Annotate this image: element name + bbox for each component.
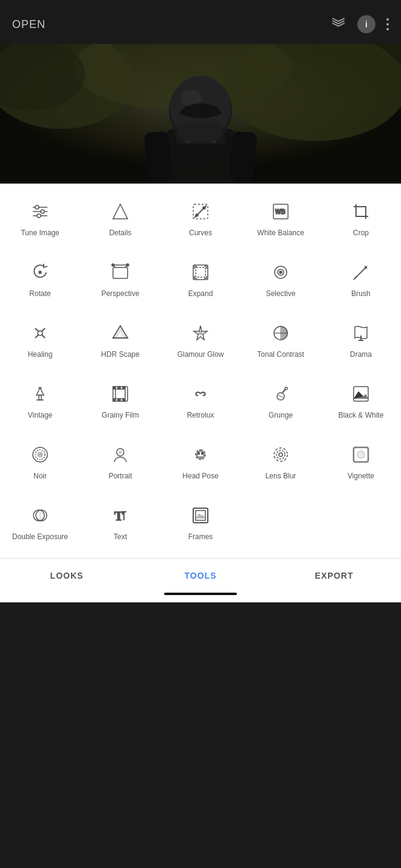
bottom-nav: LOOKS TOOLS EXPORT xyxy=(0,558,401,588)
perspective-icon xyxy=(108,260,132,284)
tonal-contrast-icon xyxy=(269,321,293,345)
tool-vintage[interactable]: Vintage xyxy=(0,373,80,434)
svg-rect-9 xyxy=(144,131,173,181)
black-white-label: Black & White xyxy=(338,411,384,421)
header-actions: i xyxy=(331,15,389,34)
noir-label: Noir xyxy=(33,472,47,481)
crop-icon xyxy=(349,199,373,224)
svg-point-84 xyxy=(36,510,47,521)
svg-point-24 xyxy=(203,207,205,209)
svg-point-63 xyxy=(285,387,287,390)
hdr-scape-icon xyxy=(108,321,132,345)
tool-curves[interactable]: Curves xyxy=(160,191,241,252)
grunge-label: Grunge xyxy=(269,411,293,421)
more-icon[interactable] xyxy=(386,16,389,32)
tool-hdr-scape[interactable]: HDR Scape xyxy=(80,312,160,373)
svg-point-83 xyxy=(33,510,44,521)
head-pose-label: Head Pose xyxy=(182,472,218,481)
tool-grunge[interactable]: Grunge xyxy=(241,373,321,434)
rotate-label: Rotate xyxy=(29,289,50,299)
svg-point-39 xyxy=(279,271,282,274)
curves-icon xyxy=(188,199,213,224)
svg-point-81 xyxy=(357,451,365,458)
svg-point-70 xyxy=(38,452,43,457)
svg-point-28 xyxy=(39,271,41,274)
selective-label: Selective xyxy=(266,289,296,299)
tool-rotate[interactable]: Rotate xyxy=(0,252,80,312)
svg-point-78 xyxy=(276,450,285,459)
tool-white-balance[interactable]: WB White Balance xyxy=(241,191,321,252)
tool-brush[interactable]: Brush xyxy=(321,252,401,312)
tool-drama[interactable]: Drama xyxy=(321,312,401,373)
white-balance-icon: WB xyxy=(269,199,293,224)
black-white-icon xyxy=(349,382,373,406)
perspective-label: Perspective xyxy=(101,289,140,299)
tool-grainy-film[interactable]: Grainy Film xyxy=(80,373,160,434)
tool-details[interactable]: Details xyxy=(80,191,160,252)
svg-point-75 xyxy=(198,453,200,455)
vintage-icon xyxy=(28,382,52,406)
frames-label: Frames xyxy=(188,532,213,542)
svg-point-14 xyxy=(177,121,224,143)
tool-black-white[interactable]: Black & White xyxy=(321,373,401,434)
tool-crop[interactable]: Crop xyxy=(321,191,401,252)
svg-point-45 xyxy=(199,331,202,335)
open-label[interactable]: OPEN xyxy=(12,18,46,31)
crop-label: Crop xyxy=(353,229,369,238)
expand-icon xyxy=(188,260,213,284)
brush-icon xyxy=(349,260,373,284)
tab-tools[interactable]: TOOLS xyxy=(134,568,267,583)
tool-double-exposure[interactable]: Double Exposure xyxy=(0,495,80,556)
tab-looks[interactable]: LOOKS xyxy=(0,568,134,583)
tool-retrolux[interactable]: Retrolux xyxy=(160,373,241,434)
tool-expand[interactable]: Expand xyxy=(160,252,241,312)
grunge-icon xyxy=(269,382,293,406)
info-icon[interactable]: i xyxy=(357,15,375,33)
svg-rect-10 xyxy=(229,131,258,181)
svg-rect-35 xyxy=(196,267,205,277)
retrolux-icon xyxy=(188,382,213,406)
glamour-glow-icon xyxy=(188,321,213,345)
tool-perspective[interactable]: Perspective xyxy=(80,252,160,312)
retrolux-label: Retrolux xyxy=(187,411,214,421)
noir-icon xyxy=(28,443,52,467)
tool-vignette[interactable]: Vignette xyxy=(321,434,401,495)
svg-point-18 xyxy=(35,205,39,209)
tool-text[interactable]: T Text xyxy=(80,495,160,556)
glamour-glow-label: Glamour Glow xyxy=(177,350,224,360)
drama-label: Drama xyxy=(350,350,372,360)
tonal-contrast-label: Tonal Contrast xyxy=(257,350,304,360)
tools-area: Tune Image Details Curves xyxy=(0,184,401,602)
svg-marker-21 xyxy=(113,204,128,219)
vintage-label: Vintage xyxy=(28,411,52,421)
tool-glamour-glow[interactable]: Glamour Glow xyxy=(160,312,241,373)
tab-export[interactable]: EXPORT xyxy=(267,568,401,583)
svg-marker-50 xyxy=(36,388,44,395)
header: OPEN i xyxy=(0,0,401,44)
white-balance-label: White Balance xyxy=(257,229,304,238)
layers-icon[interactable] xyxy=(331,15,346,34)
tool-head-pose[interactable]: Head Pose xyxy=(160,434,241,495)
text-label: Text xyxy=(114,532,127,542)
tool-lens-blur[interactable]: Lens Blur xyxy=(241,434,321,495)
tool-portrait[interactable]: Portrait xyxy=(80,434,160,495)
svg-point-72 xyxy=(119,451,122,453)
tune-image-label: Tune Image xyxy=(21,229,60,238)
expand-label: Expand xyxy=(188,289,213,299)
svg-rect-27 xyxy=(356,207,366,216)
tool-frames[interactable]: Frames xyxy=(160,495,241,556)
head-pose-icon xyxy=(188,443,213,467)
photo-preview xyxy=(0,44,401,184)
tool-tonal-contrast[interactable]: Tonal Contrast xyxy=(241,312,321,373)
svg-point-23 xyxy=(196,214,198,216)
svg-rect-51 xyxy=(39,395,41,400)
selective-icon xyxy=(269,260,293,284)
tool-healing[interactable]: Healing xyxy=(0,312,80,373)
tool-tune-image[interactable]: Tune Image xyxy=(0,191,80,252)
tool-selective[interactable]: Selective xyxy=(241,252,321,312)
tool-noir[interactable]: Noir xyxy=(0,434,80,495)
home-indicator xyxy=(0,588,401,602)
tune-image-icon xyxy=(28,199,52,224)
details-icon xyxy=(108,199,132,224)
svg-line-64 xyxy=(278,395,283,398)
